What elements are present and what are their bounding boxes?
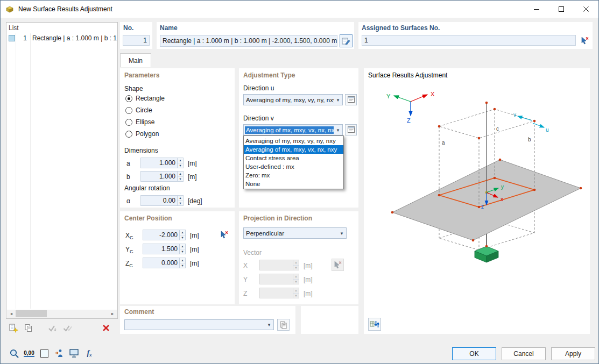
pick-center-button[interactable] xyxy=(218,229,230,241)
list-item[interactable]: 1 Rectangle | a : 1.000 m | b : 1.00 xyxy=(7,33,117,43)
dimension-a-unit: [m] xyxy=(188,160,197,167)
direction-v-value[interactable]: Averaging of mx, mxy, vx, nx, nxy xyxy=(245,126,334,134)
spin-up-button[interactable]: ▲ xyxy=(180,230,185,235)
radio-circle-icon[interactable] xyxy=(125,107,132,114)
spin-down-button[interactable]: ▼ xyxy=(178,163,183,168)
dimension-b-spinner[interactable]: ▲▼ xyxy=(177,172,183,181)
name-field[interactable]: Rectangle | a : 1.000 m | b : 1.000 m | … xyxy=(160,35,337,47)
comment-panel: Comment ▾ xyxy=(120,306,295,334)
scroll-track[interactable] xyxy=(16,310,108,318)
refresh-view-button[interactable] xyxy=(368,318,381,331)
chevron-down-icon[interactable]: ▾ xyxy=(334,97,342,103)
spin-down-button[interactable]: ▼ xyxy=(180,235,185,240)
yc-value[interactable]: 1.500 xyxy=(143,244,179,254)
xc-field[interactable]: -2.000 ▲▼ xyxy=(143,230,186,240)
no-panel: No. 1 xyxy=(120,22,152,49)
horizontal-scrollbar[interactable]: ◂ ▸ xyxy=(7,310,117,318)
scroll-left-button[interactable]: ◂ xyxy=(7,310,16,318)
maximize-button[interactable] xyxy=(549,1,574,18)
alpha-spinner[interactable]: ▲▼ xyxy=(177,196,183,205)
select-objects-button[interactable] xyxy=(52,346,66,360)
direction-v-combobox[interactable]: Averaging of mx, mxy, vx, nx, nxy ▾ xyxy=(243,124,343,135)
dropdown-option[interactable]: Zero: mx xyxy=(244,171,343,180)
apply-all-check-button[interactable] xyxy=(61,322,74,334)
pick-surfaces-button[interactable] xyxy=(578,34,591,47)
dropdown-option[interactable]: Contact stress area xyxy=(244,154,343,162)
xc-spinner[interactable]: ▲▼ xyxy=(179,230,185,240)
projection-direction-combobox[interactable]: Perpendicular ▾ xyxy=(243,227,347,239)
projection-direction-value[interactable]: Perpendicular xyxy=(244,230,337,237)
yc-spinner[interactable]: ▲▼ xyxy=(179,244,185,254)
scroll-thumb[interactable] xyxy=(16,310,47,317)
dimension-b-field[interactable]: 1.000 ▲▼ xyxy=(140,171,184,182)
screen-display-button[interactable] xyxy=(67,346,81,360)
dropdown-option[interactable]: Averaging of my, mxy, vy, ny, nxy xyxy=(244,137,343,145)
tab-main[interactable]: Main xyxy=(120,53,151,67)
display-box-button[interactable] xyxy=(37,346,51,360)
dimension-a-field[interactable]: 1.000 ▲▼ xyxy=(140,158,184,168)
no-field[interactable]: 1 xyxy=(123,35,150,46)
delete-item-button[interactable] xyxy=(100,322,112,334)
chevron-down-icon[interactable]: ▾ xyxy=(265,322,273,327)
minimize-button[interactable] xyxy=(524,1,549,18)
support-block xyxy=(475,246,498,262)
spin-up-button[interactable]: ▲ xyxy=(180,258,185,263)
edit-name-button[interactable] xyxy=(340,34,353,47)
chevron-down-icon[interactable]: ▾ xyxy=(337,231,346,236)
copy-item-button[interactable] xyxy=(22,322,35,334)
alpha-field[interactable]: 0.00 ▲▼ xyxy=(140,195,184,206)
spin-up-button[interactable]: ▲ xyxy=(178,172,183,176)
radio-rectangle[interactable]: Rectangle xyxy=(125,94,165,103)
apply-check-button[interactable] xyxy=(46,322,59,334)
direction-u-combobox[interactable]: Averaging of my, mxy, vy, ny, nxy ▾ xyxy=(243,94,343,105)
xc-value[interactable]: -2.000 xyxy=(143,230,179,240)
spin-up-button[interactable]: ▲ xyxy=(180,244,185,249)
zc-field[interactable]: 0.000 ▲▼ xyxy=(143,258,186,268)
color-swatch-icon xyxy=(40,349,48,358)
assigned-field[interactable]: 1 xyxy=(362,35,576,46)
radio-polygon[interactable]: Polygon xyxy=(125,130,159,138)
preview-3d-scene[interactable]: y x z v u a b c X Y Z xyxy=(364,68,590,334)
radio-ellipse[interactable]: Ellipse xyxy=(125,118,154,126)
radio-circle[interactable]: Circle xyxy=(125,106,152,115)
direction-v-type-button[interactable] xyxy=(345,124,357,135)
alpha-value[interactable]: 0.00 xyxy=(141,196,177,205)
dimension-b-value[interactable]: 1.000 xyxy=(141,172,177,181)
direction-u-value[interactable]: Averaging of my, mxy, vy, ny, nxy xyxy=(244,97,334,103)
dimension-a-value[interactable]: 1.000 xyxy=(141,158,177,168)
list-grid-line xyxy=(16,33,16,309)
dropdown-option-selected[interactable]: Averaging of mx, mxy, vx, nx, nxy xyxy=(244,145,343,154)
comment-combobox[interactable]: ▾ xyxy=(124,319,274,330)
dropdown-option[interactable]: None xyxy=(244,180,343,188)
spin-down-button[interactable]: ▼ xyxy=(178,176,183,182)
new-item-button[interactable] xyxy=(7,322,20,334)
direction-u-type-button[interactable] xyxy=(345,94,357,105)
units-decimal-places-button[interactable]: 0,00 xyxy=(22,346,36,360)
dimension-a-spinner[interactable]: ▲▼ xyxy=(177,158,183,168)
dropdown-option[interactable]: User-defined : mx xyxy=(244,162,343,171)
copy-comment-button[interactable] xyxy=(277,319,290,331)
pick-cursor-icon xyxy=(220,230,229,239)
zc-value[interactable]: 0.000 xyxy=(143,258,179,268)
scroll-right-button[interactable]: ▸ xyxy=(108,310,117,318)
close-button[interactable] xyxy=(574,1,598,18)
vector-y-label: Y xyxy=(243,276,248,283)
spin-up-button[interactable]: ▲ xyxy=(178,196,183,201)
cancel-button[interactable]: Cancel xyxy=(502,347,546,360)
spin-down-button[interactable]: ▼ xyxy=(180,263,185,268)
ok-button[interactable]: OK xyxy=(452,347,496,360)
spin-down-button: ▼ xyxy=(293,293,299,298)
radio-rectangle-icon[interactable] xyxy=(125,95,132,102)
chevron-down-icon[interactable]: ▾ xyxy=(334,127,342,133)
zoom-button[interactable] xyxy=(7,346,21,360)
spin-down-button[interactable]: ▼ xyxy=(180,249,185,254)
zc-spinner[interactable]: ▲▼ xyxy=(179,258,185,268)
radio-polygon-icon[interactable] xyxy=(125,131,132,138)
radio-ellipse-icon[interactable] xyxy=(125,119,132,126)
spin-up-button[interactable]: ▲ xyxy=(178,158,183,163)
yc-field[interactable]: 1.500 ▲▼ xyxy=(143,244,186,254)
spin-down-button[interactable]: ▼ xyxy=(178,201,183,206)
dialog-window: New Surface Results Adjustment List 1 Re… xyxy=(0,0,599,364)
apply-button[interactable]: Apply xyxy=(551,347,595,360)
formula-button[interactable]: fx xyxy=(82,346,96,360)
